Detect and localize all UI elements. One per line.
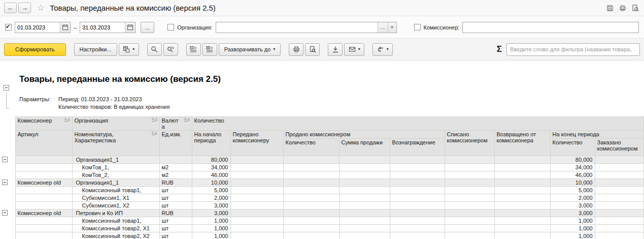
organization-input[interactable] bbox=[216, 22, 378, 33]
cell-end-qty[interactable]: 46,000 bbox=[550, 171, 595, 179]
cell-transferred[interactable] bbox=[230, 225, 283, 232]
cell-written-off[interactable] bbox=[445, 217, 494, 225]
cell-written-off[interactable] bbox=[445, 179, 494, 187]
send-email-button[interactable]: ▾ bbox=[344, 43, 364, 56]
cell-nomenclature[interactable]: Субкомиссия1, Х2 bbox=[72, 202, 159, 210]
cell-nomenclature[interactable]: КомТов_2, bbox=[72, 171, 159, 179]
cell-sold-fee[interactable] bbox=[390, 194, 445, 202]
cell-sold-sum[interactable] bbox=[339, 164, 390, 171]
cell-written-off[interactable] bbox=[445, 164, 494, 171]
cell-transferred[interactable] bbox=[230, 217, 283, 225]
cell-sold-fee[interactable] bbox=[390, 187, 445, 194]
cell-end-qty[interactable]: 2,000 bbox=[550, 194, 595, 202]
cell-nomenclature[interactable]: Комиссионный товар1, bbox=[72, 217, 159, 225]
cell-sold-sum[interactable] bbox=[339, 194, 390, 202]
cell-unit[interactable]: шт bbox=[159, 202, 192, 210]
cell-sold-sum[interactable] bbox=[339, 202, 390, 210]
cell-unit[interactable]: RUB bbox=[159, 210, 192, 217]
quick-filter-input[interactable] bbox=[506, 43, 640, 56]
collapse-report-icon[interactable] bbox=[4, 85, 9, 91]
cell-transferred[interactable] bbox=[230, 156, 283, 164]
save-file-button[interactable] bbox=[328, 43, 343, 56]
cell-sold-sum[interactable] bbox=[339, 210, 390, 217]
cell-sold-qty[interactable] bbox=[283, 164, 339, 171]
cell-sold-fee[interactable] bbox=[390, 171, 445, 179]
commissioner-input[interactable] bbox=[463, 22, 638, 33]
cell-returned[interactable] bbox=[494, 232, 550, 239]
cell-sold-qty[interactable] bbox=[283, 217, 339, 225]
back-button[interactable]: ← bbox=[4, 3, 17, 13]
cell-returned[interactable] bbox=[494, 210, 550, 217]
collapse-group-icon[interactable] bbox=[2, 157, 8, 162]
cell-sold-qty[interactable] bbox=[283, 232, 339, 239]
cell-begin-qty[interactable]: 3,000 bbox=[192, 210, 230, 217]
cell-returned[interactable] bbox=[494, 156, 550, 164]
expand-groups-button[interactable] bbox=[202, 43, 217, 56]
organization-choose-button[interactable]: ... bbox=[378, 22, 388, 33]
cell-begin-qty[interactable]: 2,000 bbox=[192, 194, 230, 202]
cell-end-qty[interactable]: 34,000 bbox=[550, 164, 595, 171]
cell-written-off[interactable] bbox=[445, 232, 494, 239]
cell-begin-qty[interactable]: 1,000 bbox=[192, 225, 230, 232]
cell-returned[interactable] bbox=[494, 171, 550, 179]
cell-end-qty[interactable]: 5,000 bbox=[550, 187, 595, 194]
save-icon[interactable] bbox=[605, 4, 615, 13]
cell-transferred[interactable] bbox=[230, 179, 283, 187]
cell-commissioner[interactable] bbox=[15, 164, 72, 171]
cell-sold-sum[interactable] bbox=[339, 187, 390, 194]
cell-commissioner[interactable] bbox=[15, 225, 72, 232]
cell-sold-fee[interactable] bbox=[390, 232, 445, 239]
cell-transferred[interactable] bbox=[230, 171, 283, 179]
cell-returned[interactable] bbox=[494, 187, 550, 194]
cell-written-off[interactable] bbox=[445, 210, 494, 217]
cell-sold-qty[interactable] bbox=[283, 194, 339, 202]
column-header-written-off[interactable]: Списано комиссионером bbox=[445, 131, 494, 156]
cell-transferred[interactable] bbox=[230, 194, 283, 202]
cell-sold-sum[interactable] bbox=[339, 171, 390, 179]
cell-begin-qty[interactable]: 5,000 bbox=[192, 187, 230, 194]
cell-sold-qty[interactable] bbox=[283, 202, 339, 210]
column-header-sold-qty[interactable]: Количество bbox=[283, 139, 339, 156]
print-button[interactable] bbox=[289, 43, 303, 56]
cell-transferred[interactable] bbox=[230, 164, 283, 171]
cell-transferred[interactable] bbox=[230, 187, 283, 194]
favorite-star-icon[interactable]: ☆ bbox=[37, 4, 45, 12]
cell-end-qty[interactable]: 80,000 bbox=[550, 156, 595, 164]
cell-nomenclature[interactable]: Организация1_1 bbox=[72, 179, 159, 187]
cell-sold-fee[interactable] bbox=[390, 225, 445, 232]
cell-sold-qty[interactable] bbox=[283, 187, 339, 194]
cell-begin-qty[interactable]: 1,000 bbox=[192, 217, 230, 225]
cell-returned[interactable] bbox=[494, 225, 550, 232]
cell-sold-sum[interactable] bbox=[339, 217, 390, 225]
column-header-end-group[interactable]: На конец периода bbox=[550, 131, 644, 139]
cell-begin-qty[interactable]: 10,000 bbox=[192, 179, 230, 187]
cell-returned[interactable] bbox=[494, 217, 550, 225]
commissioner-checkbox[interactable] bbox=[414, 24, 421, 31]
cell-begin-qty[interactable]: 34,000 bbox=[192, 164, 230, 171]
print-preview-button[interactable] bbox=[305, 43, 320, 56]
cell-commissioner[interactable] bbox=[15, 156, 72, 164]
cell-end-qty[interactable]: 1,000 bbox=[550, 225, 595, 232]
cell-nomenclature[interactable]: КомТов_1, bbox=[72, 164, 159, 171]
date-from-input[interactable] bbox=[15, 22, 60, 33]
cell-end-ordered[interactable] bbox=[595, 164, 644, 171]
column-header-transferred[interactable]: Передано комиссионеру bbox=[230, 131, 283, 156]
cell-transferred[interactable] bbox=[230, 210, 283, 217]
cell-written-off[interactable] bbox=[445, 202, 494, 210]
history-button[interactable]: ▾ bbox=[372, 43, 393, 56]
cell-sold-sum[interactable] bbox=[339, 179, 390, 187]
cell-sold-qty[interactable] bbox=[283, 179, 339, 187]
column-header-nomenclature[interactable]: Номенклатура, Характеристика bbox=[72, 131, 159, 156]
cell-commissioner[interactable] bbox=[15, 171, 72, 179]
cell-commissioner[interactable] bbox=[15, 202, 72, 210]
cell-sold-qty[interactable] bbox=[283, 225, 339, 232]
column-header-end-qty[interactable]: Количество bbox=[550, 139, 595, 156]
column-header-quantity-group[interactable]: Количество bbox=[192, 117, 644, 131]
organization-checkbox[interactable] bbox=[167, 24, 174, 31]
cell-commissioner[interactable] bbox=[15, 194, 72, 202]
cell-sold-fee[interactable] bbox=[390, 164, 445, 171]
cell-end-qty[interactable]: 3,000 bbox=[550, 202, 595, 210]
cell-nomenclature[interactable]: Субкомиссия1, Х1 bbox=[72, 194, 159, 202]
cell-commissioner[interactable] bbox=[15, 217, 72, 225]
cell-commissioner[interactable]: Комиссионер old bbox=[15, 179, 72, 187]
